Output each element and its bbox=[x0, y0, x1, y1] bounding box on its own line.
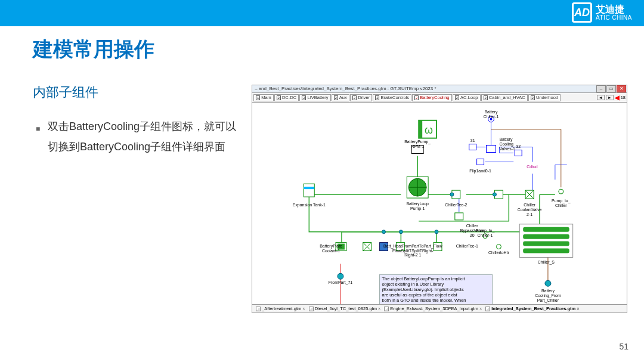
brand-mark: AD bbox=[572, 2, 592, 23]
svg-rect-20 bbox=[523, 234, 569, 239]
brand-name: 艾迪捷 bbox=[596, 4, 632, 15]
bottom-tab-engine-exhaust[interactable]: Engine_Exhaust_System_3DFEA_Input.gtm× bbox=[384, 306, 482, 311]
chiller-block[interactable] bbox=[519, 224, 572, 258]
svg-point-29 bbox=[545, 280, 551, 286]
label-battery-loop-pump: BatteryLoopPump-1 bbox=[407, 202, 429, 211]
diagram-svg: Expansion Tank-1 BatteryPump_RPM-1 Batte… bbox=[252, 103, 627, 304]
label-cdtud: Cdtud bbox=[527, 165, 538, 169]
user-lib-icon[interactable]: ω bbox=[419, 120, 436, 138]
tab-driver[interactable]: 2Driver bbox=[350, 94, 372, 101]
svg-rect-9 bbox=[515, 150, 522, 156]
top-bar: AD 艾迪捷 ATIC CHINA bbox=[0, 0, 644, 25]
svg-rect-0 bbox=[304, 184, 314, 197]
label-battery-cooling-from-part: BatteryCooling_FromPart_ChillerM bbox=[535, 289, 561, 304]
svg-rect-8 bbox=[469, 144, 476, 150]
tab-underhood[interactable]: 2Underhood bbox=[528, 94, 561, 101]
bottom-tab-integrated-system[interactable]: Integrated_System_Best_Practices.gtm× bbox=[485, 306, 579, 311]
bottom-tab-strip: _Aftertreatment.gtm× Diesel_6cyl_TC_test… bbox=[252, 305, 627, 313]
tab-main[interactable]: 1Main bbox=[253, 94, 274, 101]
page-number: 51 bbox=[619, 342, 628, 351]
label-battery-chiller: BatteryChiller-1 bbox=[484, 110, 499, 119]
tab-ac-loop[interactable]: 2AC-Loop bbox=[453, 94, 481, 101]
label-battery-cooling-valves: BatteryCoolingValves-1 bbox=[499, 137, 515, 151]
label-chiller-to-htr: ChillertoHtr bbox=[488, 250, 509, 255]
bullet-marker: ■ bbox=[36, 122, 40, 136]
label-battery-plate-cool: BatteryPlateCoolant-1 bbox=[320, 244, 342, 253]
page-title: 建模常用操作 bbox=[33, 36, 154, 63]
label-frompart71: FromPart_71 bbox=[329, 280, 353, 285]
tab-scroll-left[interactable]: ◄ bbox=[597, 95, 605, 100]
tab-aux[interactable]: 2Aux bbox=[332, 94, 349, 101]
svg-rect-21 bbox=[523, 242, 569, 246]
tooltip: The object BatteryLoopPump is an implici… bbox=[380, 274, 493, 304]
tab-count-badge: 18 bbox=[621, 95, 626, 100]
svg-point-15 bbox=[559, 189, 564, 194]
label-chiller-coolant-valve: ChillerCoolantValve2-1 bbox=[518, 203, 542, 216]
svg-point-40 bbox=[382, 230, 386, 234]
section-subtitle: 内部子组件 bbox=[33, 83, 98, 101]
close-button[interactable]: ✕ bbox=[617, 85, 626, 92]
bottom-tab-diesel[interactable]: Diesel_6cyl_TC_test_0825.gtm× bbox=[309, 306, 381, 311]
divider-line bbox=[0, 25, 644, 26]
label-pump-to-chiller: Pump_to_Chiller bbox=[552, 199, 571, 208]
svg-rect-19 bbox=[523, 227, 569, 232]
svg-text:Expansion
Tank-1: Expansion Tank-1 bbox=[293, 203, 326, 208]
label-expansion-tank: Expansion Tank-1 bbox=[293, 203, 326, 208]
tab-brakecontrols[interactable]: 2BrakeControls bbox=[373, 94, 411, 101]
window-title: ...and_Best_Practices\Integrated_System_… bbox=[255, 85, 436, 93]
body-text: ■ 双击BatteryCooling子组件图标，就可以切换到BatteryCoo… bbox=[48, 116, 244, 157]
label-chiller-tee1: ChillerTee-1 bbox=[456, 244, 478, 248]
maximize-button[interactable]: ▭ bbox=[606, 85, 616, 92]
tab-cabin-hvac[interactable]: 2Cabin_and_HVAC bbox=[481, 94, 528, 101]
label-battery-pump-rpm: BatteryPump_RPM-1 bbox=[404, 140, 431, 148]
svg-point-17 bbox=[496, 245, 501, 249]
svg-rect-7 bbox=[487, 146, 496, 153]
svg-text:ω: ω bbox=[425, 124, 433, 136]
label-chiller-s: Chiller_S bbox=[538, 260, 555, 265]
tab-scroll-right[interactable]: ► bbox=[606, 95, 614, 100]
bottom-tab-aftertreatment[interactable]: _Aftertreatment.gtm× bbox=[256, 306, 305, 311]
tab-dc-dc[interactable]: 2DC-DC bbox=[274, 94, 299, 101]
svg-rect-10 bbox=[477, 159, 484, 165]
svg-rect-31 bbox=[419, 120, 422, 138]
minimize-button[interactable]: – bbox=[596, 85, 606, 92]
label-port-32: 32 bbox=[516, 144, 521, 148]
svg-point-39 bbox=[435, 230, 438, 234]
label-chiller-tee2: ChillerTee-2 bbox=[445, 203, 467, 207]
tab-livbattery[interactable]: 2LIVBattery bbox=[299, 94, 330, 101]
window-titlebar[interactable]: ...and_Best_Practices\Integrated_System_… bbox=[252, 85, 627, 93]
label-pump-to-chiller1: Pump_to_Chiller-1 bbox=[476, 228, 495, 237]
svg-text:The object BatteryLoopPump is : The object BatteryLoopPump is an implici… bbox=[382, 276, 466, 304]
label-flip1and0: Flip1and0-1 bbox=[469, 169, 491, 174]
bullet-text: 双击BatteryCooling子组件图标，就可以切换到BatteryCooli… bbox=[48, 120, 236, 153]
brand-logo: AD 艾迪捷 ATIC CHINA bbox=[572, 2, 632, 23]
brand-sub: ATIC CHINA bbox=[596, 14, 632, 21]
diagram-canvas[interactable]: Expansion Tank-1 BatteryPump_RPM-1 Batte… bbox=[252, 102, 627, 305]
svg-point-36 bbox=[493, 193, 496, 196]
tab-overflow-icon[interactable]: ◀ bbox=[615, 94, 620, 101]
svg-point-28 bbox=[338, 273, 343, 279]
label-port-31: 31 bbox=[470, 138, 475, 143]
svg-point-37 bbox=[450, 193, 454, 196]
svg-rect-12 bbox=[455, 213, 463, 220]
app-screenshot: ...and_Best_Practices\Integrated_System_… bbox=[252, 85, 627, 314]
tab-batterycooling[interactable]: 2BatteryCooling bbox=[412, 94, 452, 101]
tab-strip: 1Main 2DC-DC 2LIVBattery 2Aux 2Driver 2B… bbox=[252, 93, 627, 102]
svg-point-38 bbox=[399, 230, 402, 234]
svg-rect-22 bbox=[523, 249, 569, 253]
